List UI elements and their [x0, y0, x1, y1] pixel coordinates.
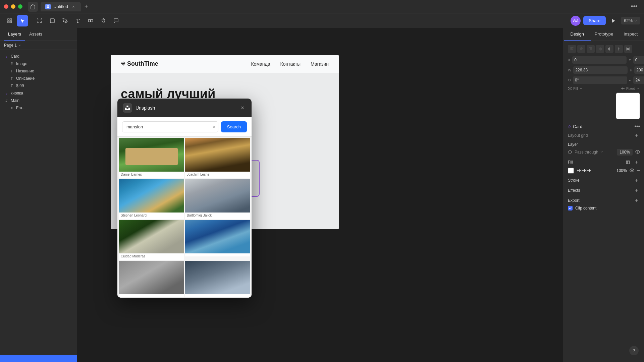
fill-color-swatch[interactable] — [568, 168, 574, 174]
layer-label-main: Main — [11, 98, 19, 103]
new-tab-button[interactable]: + — [82, 3, 90, 11]
photo-7[interactable] — [119, 261, 184, 297]
canvas-area[interactable]: ✳ SouthTime Команда Контакты Магазин сам… — [77, 28, 564, 362]
unsplash-logo-icon — [123, 103, 132, 113]
y-input[interactable] — [633, 56, 644, 64]
active-tab[interactable]: Untitled × — [41, 2, 81, 11]
left-panel: Layers Assets Page 1 ⬦ Card # Image T На… — [0, 28, 77, 362]
clip-content-checkbox[interactable] — [568, 206, 573, 210]
design-tab[interactable]: Design — [564, 28, 591, 41]
alignment-row — [568, 45, 640, 53]
assets-tab[interactable]: Assets — [25, 28, 46, 41]
add-export-btn[interactable]: + — [633, 197, 640, 204]
photo-6[interactable] — [185, 220, 250, 260]
preview-button[interactable] — [608, 16, 619, 26]
layer-item-title[interactable]: T Название — [0, 67, 77, 75]
fill-visibility-btn[interactable] — [630, 168, 634, 174]
svg-rect-1 — [48, 5, 49, 6]
add-layout-grid-btn[interactable]: + — [633, 132, 640, 139]
tab-label: Untitled — [53, 4, 68, 9]
comment-tool-button[interactable] — [110, 15, 122, 26]
layer-item-desc[interactable]: T Описание — [0, 75, 77, 82]
align-top-btn[interactable] — [596, 45, 604, 53]
fill-style-btn[interactable] — [625, 159, 631, 166]
add-stroke-btn[interactable]: + — [633, 177, 640, 184]
pass-through-row: Pass through 100% — [568, 149, 640, 156]
more-options-button[interactable]: ••• — [628, 2, 640, 11]
photo-2-image — [185, 138, 250, 172]
component-tool-button[interactable] — [85, 15, 96, 26]
corner-radius-input[interactable] — [633, 76, 644, 84]
zoom-control[interactable]: 62% — [621, 17, 640, 24]
title-bar-right: ••• — [628, 2, 640, 11]
corner-label: ⌐ — [629, 78, 631, 82]
add-effect-btn[interactable]: + — [633, 187, 640, 194]
photo-7-image — [119, 261, 184, 294]
minimize-button[interactable] — [11, 4, 15, 9]
align-bottom-btn[interactable] — [615, 45, 623, 53]
prototype-tab[interactable]: Prototype — [591, 28, 618, 41]
photo-3[interactable]: Stephen Leonardi — [119, 179, 184, 219]
frame-tool-button[interactable] — [34, 15, 45, 26]
page-selector[interactable]: Page 1 — [0, 41, 77, 50]
home-button[interactable] — [28, 2, 38, 12]
main-layout: Layers Assets Page 1 ⬦ Card # Image T На… — [0, 28, 644, 362]
design-logo: ✳ SouthTime — [121, 60, 158, 67]
remove-fill-btn[interactable]: − — [637, 168, 640, 174]
align-center-h-btn[interactable] — [577, 45, 585, 53]
search-clear-button[interactable]: × — [212, 124, 215, 130]
text-tool-button[interactable] — [72, 15, 84, 26]
photo-5[interactable]: Ciudad Maderas — [119, 220, 184, 260]
inspect-tab[interactable]: Inspect — [617, 28, 644, 41]
visibility-toggle[interactable] — [635, 149, 640, 155]
help-button[interactable]: ? — [629, 346, 639, 355]
x-input[interactable] — [572, 56, 627, 64]
layer-item-price[interactable]: T $ 99 — [0, 82, 77, 89]
h-input[interactable] — [634, 66, 644, 74]
grid-tool-button[interactable] — [4, 15, 15, 26]
search-button[interactable]: Search — [221, 121, 247, 132]
rotation-input[interactable] — [573, 76, 627, 84]
search-input[interactable] — [122, 121, 218, 132]
svg-rect-8 — [50, 19, 54, 23]
effects-section-header: Effects + — [568, 187, 640, 194]
layer-item-card[interactable]: ⬦ Card — [0, 53, 77, 60]
tab-area: Untitled × + — [41, 2, 628, 11]
maximize-button[interactable] — [18, 4, 22, 9]
tab-close-button[interactable]: × — [71, 4, 76, 9]
layer-item-button[interactable]: ⬦ кнопка — [0, 89, 77, 97]
add-fill-btn[interactable]: + — [633, 159, 640, 166]
tab-icon — [45, 4, 51, 9]
card-name: Card — [573, 124, 632, 129]
distribute-h-btn[interactable] — [624, 45, 632, 53]
svg-rect-0 — [47, 5, 48, 6]
layers-tab[interactable]: Layers — [4, 28, 25, 41]
hand-tool-button[interactable] — [98, 15, 109, 26]
title-bar: Untitled × + ••• — [0, 0, 644, 13]
layer-item-main[interactable]: # Main — [0, 97, 77, 104]
user-avatar[interactable]: WA — [571, 16, 581, 26]
close-button[interactable] — [4, 4, 8, 9]
photo-4-credit: Bartlomiej Balicki — [185, 213, 250, 219]
share-button[interactable]: Share — [583, 16, 606, 25]
photo-8[interactable] — [185, 261, 250, 297]
align-right-btn[interactable] — [587, 45, 595, 53]
pen-tool-button[interactable] — [59, 15, 71, 26]
layer-label-title: Название — [16, 69, 34, 73]
layer-item-fra[interactable]: ≡ Fra... — [0, 104, 77, 112]
shape-tool-button[interactable] — [47, 15, 58, 26]
w-input[interactable] — [573, 66, 628, 74]
photo-1[interactable]: Daniel Barnes — [119, 138, 184, 178]
align-center-v-btn[interactable] — [605, 45, 613, 53]
card-more-btn[interactable]: ••• — [634, 123, 640, 129]
align-left-btn[interactable] — [568, 45, 576, 53]
dialog-title: Unsplash — [136, 105, 239, 111]
photo-4[interactable]: Bartlomiej Balicki — [185, 179, 250, 219]
text-icon: T — [9, 69, 14, 73]
photo-5-image — [119, 220, 184, 253]
photo-2[interactable]: Joachim Lesne — [185, 138, 250, 178]
fill-type-label: Fill — [568, 86, 583, 90]
dialog-close-button[interactable]: × — [239, 104, 246, 112]
layer-item-image[interactable]: # Image — [0, 60, 77, 67]
select-tool-button[interactable] — [17, 15, 28, 26]
